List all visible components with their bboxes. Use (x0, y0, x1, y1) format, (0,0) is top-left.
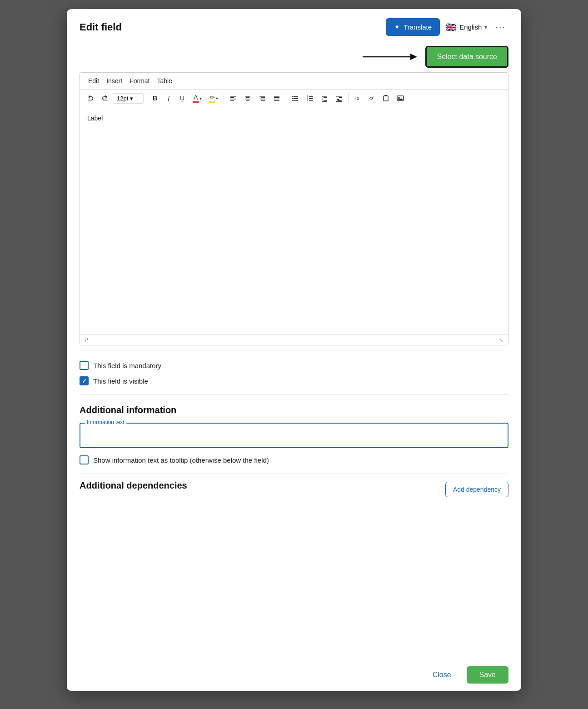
section-divider-2 (80, 474, 508, 474)
translate-button[interactable]: ✦ Translate (386, 18, 440, 36)
select-data-source-section: Select data source (67, 43, 521, 72)
editor-content-area[interactable]: Label (80, 107, 508, 335)
arrow-indicator (363, 50, 417, 63)
translate-label: Translate (404, 23, 432, 31)
resize-handle[interactable]: ⤡ (499, 337, 503, 343)
svg-text:3.: 3. (307, 99, 309, 101)
menu-table[interactable]: Table (153, 75, 175, 86)
bold-button[interactable]: B (149, 92, 161, 105)
tooltip-checkbox[interactable] (80, 455, 89, 464)
visible-checkbox-row: This field is visible (80, 376, 508, 385)
link-button[interactable] (364, 92, 378, 105)
increase-indent-button[interactable] (332, 92, 346, 105)
field-options: This field is mandatory This field is vi… (67, 354, 521, 393)
svg-rect-5 (294, 98, 298, 99)
svg-rect-16 (384, 95, 387, 96)
editor-tag-indicator: P (85, 337, 88, 343)
modal-header: Edit field ✦ Translate 🇬🇧 English ▾ ··· (67, 9, 521, 43)
align-right-button[interactable] (255, 92, 269, 105)
menu-edit[interactable]: Edit (85, 75, 103, 86)
separator-3 (286, 93, 286, 103)
subscript-button[interactable]: Ix (351, 92, 364, 105)
insert-image-button[interactable] (394, 92, 407, 105)
font-size-selector[interactable]: 12pt ▾ (113, 93, 144, 104)
mandatory-label: This field is mandatory (93, 362, 161, 369)
bullet-list-button[interactable] (289, 92, 302, 105)
svg-rect-15 (384, 96, 388, 101)
section-divider-1 (80, 394, 508, 395)
separator-2 (224, 93, 224, 103)
additional-info-title: Additional information (80, 405, 508, 415)
tooltip-label: Show information text as tooltip (otherw… (93, 456, 269, 464)
editor-toolbar: 12pt ▾ B I U A ▾ ✏ (80, 90, 508, 107)
menu-insert[interactable]: Insert (103, 75, 126, 86)
menu-format[interactable]: Format (126, 75, 153, 86)
highlight-chevron: ▾ (216, 96, 218, 101)
visible-label: This field is visible (93, 377, 148, 385)
svg-rect-7 (294, 100, 298, 101)
mandatory-checkbox-row: This field is mandatory (80, 361, 508, 370)
mandatory-checkbox[interactable] (80, 361, 89, 370)
editor-menubar: Edit Insert Format Table (80, 73, 508, 90)
rich-text-editor: Edit Insert Format Table 12pt ▾ (80, 72, 508, 345)
numbered-list-button[interactable]: 1.2.3. (303, 92, 317, 105)
deps-header: Additional dependencies Add dependency (80, 480, 508, 498)
redo-button[interactable] (98, 92, 112, 105)
svg-rect-9 (309, 96, 313, 97)
save-button[interactable]: Save (467, 666, 508, 684)
select-data-source-button[interactable]: Select data source (425, 46, 508, 68)
flag-icon: 🇬🇧 (445, 22, 457, 33)
more-options-button[interactable]: ··· (493, 20, 508, 34)
information-text-field[interactable]: Information text (80, 423, 508, 448)
edit-field-modal: Edit field ✦ Translate 🇬🇧 English ▾ ··· … (67, 9, 521, 691)
svg-rect-3 (294, 96, 298, 97)
highlight-button[interactable]: ✏ ▾ (206, 92, 221, 105)
text-color-chevron: ▾ (199, 96, 202, 101)
svg-rect-11 (309, 98, 313, 99)
info-text-label: Information text (85, 419, 126, 425)
text-color-button[interactable]: A ▾ (189, 92, 205, 105)
svg-point-6 (292, 100, 294, 101)
additional-deps-title: Additional dependencies (80, 480, 187, 491)
translate-icon: ✦ (394, 23, 400, 31)
svg-marker-1 (410, 54, 417, 60)
font-size-value: 12pt (117, 95, 128, 102)
additional-info-section: Additional information Information text … (67, 401, 521, 472)
paste-button[interactable] (379, 92, 393, 105)
italic-button[interactable]: I (162, 92, 175, 105)
font-size-chevron: ▾ (130, 95, 133, 102)
decrease-indent-button[interactable] (318, 92, 331, 105)
editor-label-text: Label (87, 115, 103, 122)
align-left-button[interactable] (226, 92, 240, 105)
add-dependency-button[interactable]: Add dependency (445, 482, 508, 497)
language-label: English (459, 23, 482, 31)
separator-1 (146, 93, 146, 103)
svg-point-4 (292, 98, 294, 99)
separator-4 (348, 93, 349, 103)
editor-footer: P ⤡ (80, 335, 508, 345)
language-selector[interactable]: 🇬🇧 English ▾ (445, 22, 487, 33)
undo-button[interactable] (84, 92, 97, 105)
align-justify-button[interactable] (270, 92, 284, 105)
svg-point-2 (292, 96, 294, 97)
tooltip-checkbox-row: Show information text as tooltip (otherw… (80, 455, 508, 464)
align-center-button[interactable] (241, 92, 254, 105)
underline-button[interactable]: U (176, 92, 189, 105)
chevron-down-icon: ▾ (484, 24, 487, 30)
modal-title: Edit field (80, 21, 122, 33)
modal-footer: Close Save (67, 659, 521, 691)
close-button[interactable]: Close (424, 666, 459, 684)
visible-checkbox[interactable] (80, 376, 89, 385)
additional-deps-section: Additional dependencies Add dependency (67, 480, 521, 507)
header-actions: ✦ Translate 🇬🇧 English ▾ ··· (386, 18, 508, 36)
svg-rect-13 (309, 100, 313, 101)
